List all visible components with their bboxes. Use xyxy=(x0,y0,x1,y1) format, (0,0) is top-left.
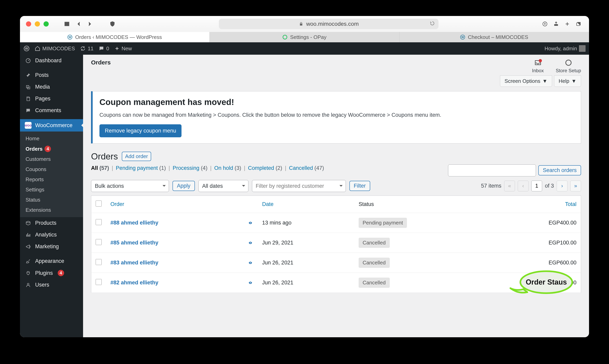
tab-overview-button[interactable] xyxy=(574,19,583,28)
comments-link[interactable]: 0 xyxy=(99,46,109,52)
prev-page-button[interactable]: ‹ xyxy=(518,181,529,191)
sidebar-item-marketing[interactable]: Marketing xyxy=(20,241,83,252)
sidebar-item-woocommerce[interactable]: woo WooCommerce xyxy=(20,119,83,131)
screen-options-tab[interactable]: Screen Options ▼ xyxy=(500,76,552,87)
order-link[interactable]: #88 ahmed elliethy xyxy=(110,220,158,226)
status-filter-item[interactable]: Pending payment (1) xyxy=(116,165,166,171)
users-icon xyxy=(25,282,32,287)
sidebar-item-plugins[interactable]: Plugins 4 xyxy=(20,267,83,279)
table-row[interactable]: #83 ahmed elliethyJun 26, 2021CancelledE… xyxy=(91,253,581,273)
store-setup-button[interactable]: Store Setup xyxy=(556,59,581,73)
separator: | xyxy=(283,165,288,171)
reload-icon xyxy=(430,21,435,26)
submenu-item-settings[interactable]: Settings xyxy=(20,185,83,195)
preview-order-button[interactable] xyxy=(247,260,253,266)
add-order-button[interactable]: Add order xyxy=(122,152,151,161)
submenu-item-customers[interactable]: Customers xyxy=(20,154,83,164)
sidebar-item-appearance[interactable]: Appearance xyxy=(20,255,83,267)
new-tab-button[interactable] xyxy=(563,19,572,28)
filter-button[interactable]: Filter xyxy=(349,181,370,191)
preview-order-button[interactable] xyxy=(247,280,253,286)
updates-link[interactable]: 11 xyxy=(80,46,93,52)
plugins-icon xyxy=(25,270,32,276)
browser-tab-label: Checkout – MIMOCODES xyxy=(468,34,528,40)
bulk-actions-select[interactable]: Bulk actions xyxy=(91,180,169,192)
share-button[interactable] xyxy=(552,19,561,28)
submenu-item-status[interactable]: Status xyxy=(20,195,83,205)
svg-point-15 xyxy=(250,262,251,263)
submenu-item-reports[interactable]: Reports xyxy=(20,174,83,185)
minimize-window-button[interactable] xyxy=(35,21,40,26)
new-content-link[interactable]: New xyxy=(114,46,132,52)
browser-tab[interactable]: Settings - OPay xyxy=(210,32,399,42)
preview-order-button[interactable] xyxy=(247,220,253,226)
address-bar[interactable]: woo.mimocodes.com xyxy=(219,19,438,29)
browser-tab[interactable]: W Orders ‹ MIMOCODES — WordPress xyxy=(20,32,210,42)
search-orders-button[interactable]: Search orders xyxy=(538,165,581,175)
select-all-header xyxy=(91,195,106,213)
browser-tab[interactable]: W Checkout – MIMOCODES xyxy=(399,32,589,42)
row-checkbox[interactable] xyxy=(96,279,102,285)
page-title: Orders xyxy=(91,59,111,66)
status-filter-item[interactable]: Cancelled (47) xyxy=(289,165,324,171)
sidebar-item-analytics[interactable]: Analytics xyxy=(20,229,83,241)
order-link[interactable]: #85 ahmed elliethy xyxy=(110,240,158,246)
dates-filter-select[interactable]: All dates xyxy=(199,180,248,192)
sidebar-item-comments[interactable]: Comments xyxy=(20,104,83,116)
preview-order-button[interactable] xyxy=(247,240,253,246)
sort-date-link[interactable]: Date xyxy=(262,201,274,207)
shield-icon xyxy=(110,21,115,27)
help-tab[interactable]: Help ▼ xyxy=(554,76,581,87)
customer-filter-select[interactable]: Filter by registered customer xyxy=(252,180,346,192)
reload-button[interactable] xyxy=(430,21,435,27)
sidebar-item-posts[interactable]: Posts xyxy=(20,69,83,81)
sidebar-item-dashboard[interactable]: Dashboard xyxy=(20,55,83,66)
column-status: Status xyxy=(354,195,492,213)
sidebar-item-products[interactable]: Products xyxy=(20,217,83,229)
row-checkbox[interactable] xyxy=(96,259,102,265)
apply-bulk-button[interactable]: Apply xyxy=(172,181,195,191)
search-orders-input[interactable] xyxy=(448,164,536,176)
sort-total-link[interactable]: Total xyxy=(565,201,576,207)
status-filter-item[interactable]: All (57) xyxy=(91,165,109,171)
table-row[interactable]: #85 ahmed elliethyJun 29, 2021CancelledE… xyxy=(91,233,581,253)
remove-coupon-menu-button[interactable]: Remove legacy coupon menu xyxy=(99,124,182,137)
wp-logo-menu[interactable]: W xyxy=(24,46,29,52)
marketing-icon xyxy=(25,244,32,249)
select-all-checkbox[interactable] xyxy=(96,201,102,207)
submenu-item-orders[interactable]: Orders 4 xyxy=(20,144,83,154)
page-number-input[interactable] xyxy=(531,181,542,191)
row-checkbox[interactable] xyxy=(96,219,102,225)
sidebar-item-media[interactable]: Media xyxy=(20,81,83,93)
comment-icon xyxy=(25,108,32,113)
sort-order-link[interactable]: Order xyxy=(110,201,124,207)
order-link[interactable]: #82 ahmed elliethy xyxy=(110,280,158,286)
back-button[interactable] xyxy=(74,19,83,28)
next-page-button[interactable]: › xyxy=(557,181,568,191)
submenu-item-home[interactable]: Home xyxy=(20,133,83,144)
privacy-report-button[interactable] xyxy=(108,19,117,28)
sidebar-item-pages[interactable]: Pages xyxy=(20,93,83,104)
status-filter-item[interactable]: Completed (2) xyxy=(248,165,282,171)
downloads-button[interactable] xyxy=(540,19,549,28)
table-row[interactable]: #88 ahmed elliethy13 mins agoPending pay… xyxy=(91,213,581,233)
submenu-item-extensions[interactable]: Extensions xyxy=(20,205,83,215)
share-icon xyxy=(553,21,559,27)
wordpress-icon: W xyxy=(24,46,29,52)
sidebar-item-users[interactable]: Users xyxy=(20,279,83,291)
submenu-item-coupons[interactable]: Coupons xyxy=(20,164,83,174)
row-checkbox[interactable] xyxy=(96,239,102,245)
site-name-link[interactable]: MIMOCODES xyxy=(35,46,75,52)
inbox-button[interactable]: Inbox xyxy=(532,59,544,73)
my-account-link[interactable]: Howdy, admin xyxy=(544,45,585,52)
status-filter-item[interactable]: On hold (3) xyxy=(214,165,241,171)
close-window-button[interactable] xyxy=(26,21,31,26)
last-page-button[interactable]: » xyxy=(570,181,581,191)
status-filter-item[interactable]: Processing (4) xyxy=(173,165,208,171)
first-page-button[interactable]: « xyxy=(504,181,515,191)
zoom-window-button[interactable] xyxy=(43,21,49,26)
forward-button[interactable] xyxy=(85,19,94,28)
wordpress-icon: W xyxy=(460,35,465,39)
sidebar-toggle-button[interactable] xyxy=(62,19,71,28)
order-link[interactable]: #83 ahmed elliethy xyxy=(110,260,158,266)
